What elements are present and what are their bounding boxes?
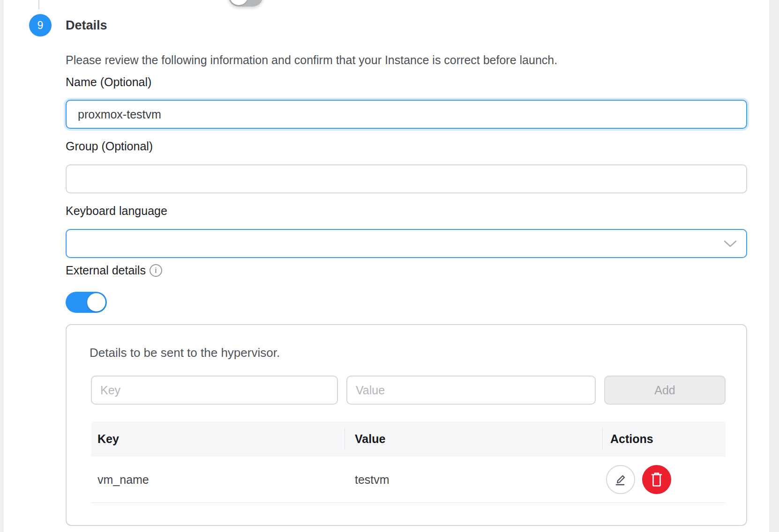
group-input[interactable] (66, 164, 747, 193)
row-key-cell: vm_name (97, 473, 149, 487)
hypervisor-details-panel: Details to be sent to the hypervisor. Ad… (66, 324, 747, 526)
name-field-label: Name (Optional) (66, 75, 151, 89)
left-edge-panel (0, 0, 3, 532)
keyboard-language-label: Keyboard language (66, 204, 167, 218)
external-details-header: External details i (66, 264, 162, 277)
toggle-knob (87, 293, 105, 311)
instance-launch-details-step: 9 Details Please review the following in… (0, 0, 779, 532)
key-value-table: Key Value Actions vm_name testvm (91, 421, 726, 503)
row-value-cell: testvm (355, 473, 390, 487)
step-connector-line (38, 0, 39, 9)
previous-section-toggle-off[interactable] (228, 0, 263, 7)
header-divider (345, 428, 345, 450)
key-input[interactable] (91, 376, 338, 405)
external-details-toggle-on[interactable] (66, 292, 107, 313)
header-key: Key (97, 432, 119, 446)
trash-icon (649, 472, 664, 488)
header-value: Value (355, 432, 385, 446)
add-button-label: Add (654, 384, 675, 397)
info-icon[interactable]: i (150, 264, 162, 277)
hypervisor-panel-heading: Details to be sent to the hypervisor. (90, 346, 280, 360)
external-details-label: External details (66, 264, 146, 277)
row-actions (606, 465, 671, 494)
review-description: Please review the following information … (66, 53, 557, 67)
delete-button[interactable] (642, 465, 671, 494)
table-header-row: Key Value Actions (91, 421, 726, 457)
toggle-knob (230, 0, 248, 5)
step-number-badge: 9 (29, 14, 52, 37)
step-number: 9 (37, 19, 44, 32)
value-input[interactable] (346, 376, 596, 405)
header-divider (602, 428, 603, 450)
group-field-label: Group (Optional) (66, 140, 153, 153)
add-button[interactable]: Add (604, 376, 726, 405)
page-title: Details (66, 18, 107, 33)
header-actions: Actions (610, 432, 653, 446)
table-row: vm_name testvm (91, 457, 726, 503)
keyboard-language-select[interactable] (66, 229, 747, 258)
edit-button[interactable] (606, 465, 635, 494)
right-edge-panel (770, 0, 779, 532)
name-input[interactable] (66, 100, 747, 129)
pencil-icon (613, 472, 628, 487)
